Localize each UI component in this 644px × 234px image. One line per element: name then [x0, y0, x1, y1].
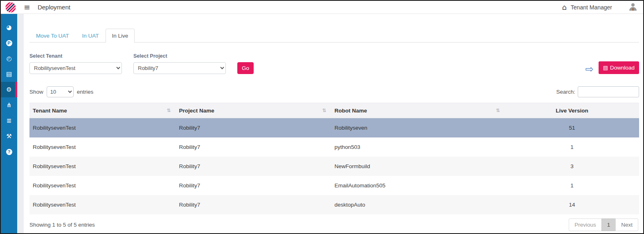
sort-icon: ⇅	[322, 108, 326, 113]
cell-tenant-name: RobilitysevenTest	[29, 118, 176, 137]
sitemap-icon: ⋔	[7, 102, 12, 108]
sidebar-item-pie-chart[interactable]: ◕	[1, 20, 17, 35]
app-logo-icon	[5, 2, 16, 13]
sidebar-item-process[interactable]: P	[1, 35, 17, 51]
cell-tenant-name: RobilitysevenTest	[29, 195, 176, 214]
tenant-select-label: Select Tenant	[29, 53, 122, 59]
cell-live-version: 1	[505, 137, 639, 157]
sidebar-item-help[interactable]: ?	[1, 144, 17, 160]
sidebar-item-sliders[interactable]: ≣	[1, 113, 17, 128]
cell-project-name: Robility7	[176, 176, 331, 195]
sort-icon: ⇅	[496, 108, 500, 113]
pie-chart-icon: ◕	[6, 25, 11, 31]
show-label: Show	[29, 89, 43, 95]
cell-live-version: 14	[505, 195, 639, 214]
cell-tenant-name: RobilitysevenTest	[29, 137, 176, 157]
cell-live-version: 3	[505, 157, 639, 176]
download-button[interactable]: ▤ Download	[599, 61, 639, 74]
sidebar-nav: ◕P◴▤⚙⋔≣⚒?	[1, 14, 17, 233]
cell-project-name: Robility7	[176, 195, 331, 214]
sliders-icon: ≣	[7, 118, 12, 124]
project-select-label: Select Project	[133, 53, 226, 59]
right-arrow-icon: ⇨	[585, 64, 594, 74]
sidebar-item-tools-wrench[interactable]: ⚒	[1, 128, 17, 144]
main-content: Move To UATIn UATIn Live Select Tenant R…	[24, 14, 643, 233]
column-label: Tenant Name	[33, 108, 67, 114]
pagination: Previous1Next	[569, 218, 638, 231]
avatar-head	[631, 3, 635, 7]
app-window: ≡ Deployment ⌂ Tenant Manager ◕P◴▤⚙⋔≣⚒? …	[0, 0, 644, 234]
tab-in-uat[interactable]: In UAT	[76, 29, 106, 43]
deployment-gears-icon: ⚙	[6, 87, 11, 93]
entries-summary: Showing 1 to 5 of 5 entries	[29, 222, 95, 228]
help-icon: ?	[6, 149, 12, 155]
table-row[interactable]: RobilitysevenTestRobility7NewFormbuild3	[29, 157, 639, 176]
sidebar-item-logbook[interactable]: ▤	[1, 66, 17, 82]
column-header-live-version[interactable]: Live Version	[505, 103, 639, 118]
hamburger-menu-icon[interactable]: ≡	[24, 3, 30, 11]
cell-project-name: Robility7	[176, 118, 331, 137]
column-label: Robot Name	[335, 108, 367, 114]
user-avatar-icon[interactable]	[628, 3, 637, 11]
search-input[interactable]	[578, 86, 639, 97]
tab-bar: Move To UATIn UATIn Live	[29, 29, 639, 43]
page-button-1[interactable]: 1	[601, 218, 616, 231]
page-button-next[interactable]: Next	[615, 218, 638, 231]
go-button[interactable]: Go	[237, 62, 254, 74]
table-row[interactable]: RobilitysevenTestRobility7python5031	[29, 137, 639, 157]
cell-tenant-name: RobilitysevenTest	[29, 157, 176, 176]
deployment-table: Tenant Name⇅Project Name⇅Robot Name⇅Live…	[29, 103, 639, 214]
table-body: RobilitysevenTestRobility7Robilityseven5…	[29, 118, 639, 214]
download-sheet-icon: ▤	[603, 65, 608, 71]
table-row[interactable]: RobilitysevenTestRobility7EmailAutomatio…	[29, 176, 639, 195]
tools-wrench-icon: ⚒	[6, 133, 11, 140]
filters-row: Select Tenant RobilitysevenTest Select P…	[29, 53, 639, 74]
sidebar-gutter	[17, 14, 24, 233]
sort-icon: ⇅	[167, 108, 171, 113]
cell-live-version: 1	[505, 176, 639, 195]
project-select[interactable]: Robility7	[133, 62, 226, 74]
table-header-row: Tenant Name⇅Project Name⇅Robot Name⇅Live…	[29, 103, 639, 118]
cell-robot-name: NewFormbuild	[331, 157, 505, 176]
process-icon: P	[6, 40, 12, 46]
cell-robot-name: Robilityseven	[331, 118, 505, 137]
dashboard-gauge-icon: ◴	[6, 56, 11, 62]
cell-live-version: 51	[505, 118, 639, 137]
page-button-previous[interactable]: Previous	[569, 218, 602, 231]
cell-project-name: Robility7	[176, 137, 331, 157]
sidebar-item-deployment-gears[interactable]: ⚙	[1, 82, 17, 97]
tab-in-live[interactable]: In Live	[106, 29, 135, 43]
avatar-body	[629, 7, 637, 11]
cell-project-name: Robility7	[176, 157, 331, 176]
search-label: Search:	[556, 89, 575, 95]
page-size-select[interactable]: 10	[47, 86, 74, 97]
home-icon[interactable]: ⌂	[562, 3, 566, 11]
table-row[interactable]: RobilitysevenTestRobility7desktopAuto14	[29, 195, 639, 214]
sidebar-item-dashboard-gauge[interactable]: ◴	[1, 51, 17, 66]
column-header-robot-name[interactable]: Robot Name⇅	[331, 103, 505, 118]
tenant-select[interactable]: RobilitysevenTest	[29, 62, 122, 74]
table-row[interactable]: RobilitysevenTestRobility7Robilityseven5…	[29, 118, 639, 137]
download-button-label: Download	[610, 65, 635, 71]
cell-robot-name: python503	[331, 137, 505, 157]
page-title: Deployment	[38, 4, 70, 11]
logbook-icon: ▤	[6, 71, 12, 77]
cell-tenant-name: RobilitysevenTest	[29, 176, 176, 195]
cell-robot-name: desktopAuto	[331, 195, 505, 214]
column-label: Live Version	[556, 108, 588, 114]
cell-robot-name: EmailAutomation505	[331, 176, 505, 195]
column-header-project-name[interactable]: Project Name⇅	[176, 103, 331, 118]
table-footer: Showing 1 to 5 of 5 entries Previous1Nex…	[29, 218, 639, 234]
column-label: Project Name	[179, 108, 214, 114]
entries-label: entries	[77, 89, 94, 95]
top-bar: ≡ Deployment ⌂ Tenant Manager	[1, 1, 643, 14]
tab-move-to-uat[interactable]: Move To UAT	[29, 29, 76, 43]
sidebar-item-sitemap[interactable]: ⋔	[1, 97, 17, 113]
column-header-tenant-name[interactable]: Tenant Name⇅	[29, 103, 176, 118]
role-label: Tenant Manager	[571, 4, 612, 11]
list-controls-row: Show 10 entries Search:	[29, 86, 639, 97]
